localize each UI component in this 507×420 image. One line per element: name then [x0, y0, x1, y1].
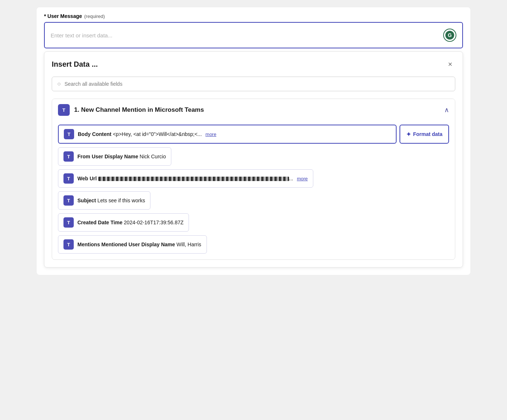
teams-item-icon: T [63, 195, 74, 206]
grammarly-letter: G [445, 31, 454, 40]
data-item-from-user[interactable]: T From User Display Name Nick Curcio [58, 147, 171, 166]
redacted-url [98, 177, 289, 181]
close-button[interactable]: × [445, 59, 455, 69]
web-url-more[interactable]: more [297, 176, 308, 181]
grammarly-icon: G [443, 29, 456, 42]
chevron-up-icon: ∧ [444, 106, 449, 114]
body-content-text: Body Content <p>Hey, <at id="0">Will</at… [78, 131, 202, 137]
created-date-text: Created Date Time 2024-02-16T17:39:56.87… [77, 220, 183, 225]
teams-icon: T [58, 104, 70, 116]
teams-item-icon: T [63, 239, 74, 250]
user-message-input[interactable]: Enter text or insert data... G [44, 22, 463, 48]
sparkle-icon: ✦ [406, 131, 411, 138]
source-title: 1. New Channel Mention in Microsoft Team… [74, 106, 204, 114]
from-user-text: From User Display Name Nick Curcio [77, 154, 166, 159]
field-label: * User Message (required) [44, 13, 463, 19]
data-item-web-url[interactable]: T Web Url ... more [58, 169, 313, 188]
source-header-left: T 1. New Channel Mention in Microsoft Te… [58, 104, 204, 116]
field-label-required: * User Message [44, 13, 82, 19]
data-item-subject[interactable]: T Subject Lets see if this works [58, 191, 150, 210]
teams-item-icon: T [63, 151, 74, 162]
data-items-list: T Body Content <p>Hey, <at id="0">Will</… [52, 121, 455, 259]
body-content-more[interactable]: more [205, 132, 216, 137]
panel-header: Insert Data ... × [52, 59, 455, 69]
required-tag: (required) [84, 14, 105, 19]
data-item-mentions[interactable]: T Mentions Mentioned User Display Name W… [58, 235, 207, 254]
input-placeholder: Enter text or insert data... [51, 32, 112, 38]
search-icon: ○ [57, 81, 61, 87]
teams-item-icon: T [64, 129, 74, 139]
panel-title: Insert Data ... [52, 60, 98, 69]
teams-item-icon: T [63, 173, 74, 184]
page-container: * User Message (required) Enter text or … [37, 7, 470, 275]
web-url-text: Web Url ... [77, 176, 293, 181]
search-input[interactable] [65, 81, 450, 87]
subject-text: Subject Lets see if this works [77, 198, 145, 203]
mentions-text: Mentions Mentioned User Display Name Wil… [77, 242, 201, 247]
body-content-row: T Body Content <p>Hey, <at id="0">Will</… [58, 125, 449, 144]
source-section: T 1. New Channel Mention in Microsoft Te… [52, 99, 455, 260]
data-item-body-content[interactable]: T Body Content <p>Hey, <at id="0">Will</… [58, 125, 397, 144]
source-header[interactable]: T 1. New Channel Mention in Microsoft Te… [52, 99, 455, 121]
format-data-button[interactable]: ✦ Format data [400, 125, 449, 144]
teams-item-icon: T [63, 217, 74, 228]
search-box[interactable]: ○ [52, 77, 455, 91]
insert-data-panel: Insert Data ... × ○ T 1. New Channel Men… [44, 51, 463, 268]
user-message-section: * User Message (required) Enter text or … [37, 7, 470, 48]
data-item-created-date[interactable]: T Created Date Time 2024-02-16T17:39:56.… [58, 213, 189, 232]
